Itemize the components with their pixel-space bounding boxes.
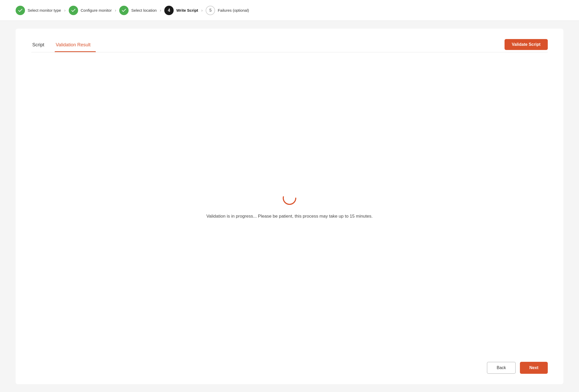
step-5-icon: 5 <box>206 6 215 15</box>
step-configure-monitor[interactable]: Configure monitor <box>69 6 112 15</box>
tab-script[interactable]: Script <box>31 40 49 52</box>
progress-message: Validation is in progress... Please be p… <box>206 214 373 219</box>
step-5-label: Failures (optional) <box>218 8 249 12</box>
step-failures-optional[interactable]: 5 Failures (optional) <box>206 6 249 15</box>
step-2-icon <box>69 6 78 15</box>
step-1-label: Select monitor type <box>28 8 61 12</box>
step-write-script[interactable]: 4 Write Script <box>164 6 198 15</box>
validate-script-button[interactable]: Validate Script <box>505 39 548 50</box>
separator-2: › <box>115 8 116 13</box>
stepper-header: Select monitor type › Configure monitor … <box>0 0 579 21</box>
tabs-row: Script Validation Result Validate Script <box>31 39 548 52</box>
tab-validation-result[interactable]: Validation Result <box>55 40 96 52</box>
loading-spinner <box>282 190 297 206</box>
separator-1: › <box>64 8 65 13</box>
step-3-icon <box>119 6 129 15</box>
step-1-icon <box>16 6 25 15</box>
validation-progress-area: Validation is in progress... Please be p… <box>31 52 548 357</box>
step-2-label: Configure monitor <box>81 8 112 12</box>
svg-point-0 <box>283 192 296 204</box>
step-4-label: Write Script <box>176 8 198 12</box>
step-4-icon: 4 <box>164 6 174 15</box>
main-content: Script Validation Result Validate Script… <box>16 29 563 384</box>
next-button[interactable]: Next <box>520 362 548 374</box>
back-button[interactable]: Back <box>487 362 516 374</box>
separator-4: › <box>201 8 203 13</box>
tabs-container: Script Validation Result <box>31 40 101 52</box>
separator-3: › <box>160 8 161 13</box>
footer-buttons: Back Next <box>31 357 548 374</box>
step-select-monitor-type[interactable]: Select monitor type <box>16 6 61 15</box>
step-3-label: Select location <box>131 8 157 12</box>
step-select-location[interactable]: Select location <box>119 6 157 15</box>
